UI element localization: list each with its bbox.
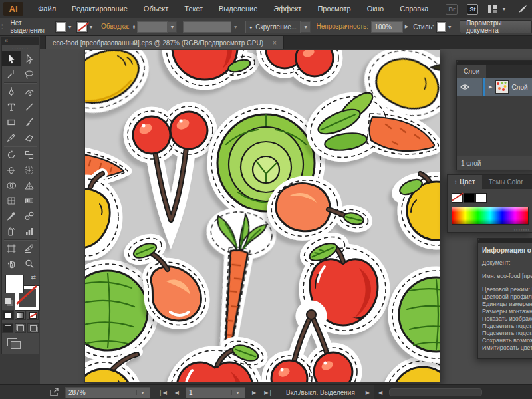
- width-tool-icon[interactable]: [2, 162, 21, 178]
- width-profile-dropdown-arrow-icon[interactable]: ▼: [231, 25, 240, 29]
- rotate-tool-icon[interactable]: [2, 147, 21, 162]
- column-graph-tool-icon[interactable]: [21, 223, 39, 239]
- menu-edit[interactable]: Редактирование: [64, 0, 136, 18]
- status-menu-arrow-icon[interactable]: ▶: [362, 390, 374, 396]
- tools-collapse-icon[interactable]: «: [2, 37, 39, 45]
- style-dropdown-arrow-icon[interactable]: ▼: [446, 25, 454, 29]
- next-artboard-icon[interactable]: ▶: [248, 390, 260, 396]
- layer-name[interactable]: Слой: [511, 84, 527, 91]
- artboard-tool-icon[interactable]: [2, 241, 21, 256]
- eyedropper-tool-icon[interactable]: [2, 208, 21, 223]
- zoom-level-dropdown[interactable]: 287% ▼: [65, 387, 150, 398]
- draw-inside-mode-icon[interactable]: [27, 323, 39, 333]
- layer-thumbnail[interactable]: [495, 80, 509, 94]
- tools-grip-handle[interactable]: ·······: [2, 45, 39, 51]
- menu-window[interactable]: Окно: [359, 0, 392, 18]
- gpu-rocket-icon[interactable]: [517, 4, 529, 14]
- menu-help[interactable]: Справка: [392, 0, 436, 18]
- width-profile-field[interactable]: [183, 21, 231, 33]
- stroke-weight-field[interactable]: [137, 21, 168, 33]
- color-white-swatch[interactable]: [475, 193, 487, 203]
- previous-artboard-icon[interactable]: ◀: [171, 390, 183, 396]
- gradient-tool-icon[interactable]: [21, 193, 39, 208]
- color-mode-button[interactable]: [2, 310, 14, 320]
- none-mode-button[interactable]: [27, 310, 39, 320]
- scroll-left-icon[interactable]: ◀: [374, 390, 386, 396]
- brush-dropdown-arrow-icon[interactable]: ▼: [301, 21, 311, 33]
- tab-color[interactable]: ↕ Цвет: [448, 175, 482, 189]
- artboard-number-dropdown[interactable]: 1 ▼: [186, 387, 245, 398]
- swap-fill-stroke-icon[interactable]: ⇄: [31, 274, 36, 281]
- color-spectrum-bar[interactable]: [452, 207, 529, 225]
- first-artboard-icon[interactable]: ❘◀: [154, 390, 171, 396]
- scale-tool-icon[interactable]: [21, 147, 39, 162]
- layer-lock-cell[interactable]: [473, 78, 483, 96]
- pen-tool-icon[interactable]: [2, 84, 21, 99]
- draw-normal-mode-icon[interactable]: [2, 323, 13, 333]
- zoom-dropdown-arrow-icon[interactable]: ▼: [136, 390, 147, 395]
- opacity-field[interactable]: 100%: [371, 21, 402, 33]
- shaper-tool-icon[interactable]: [2, 130, 21, 145]
- draw-behind-mode-icon[interactable]: [15, 323, 26, 333]
- horizontal-scrollbar-thumb[interactable]: [389, 388, 481, 396]
- control-bar-grip[interactable]: ⁞: [1, 23, 3, 30]
- color-panel-resize-grip[interactable]: ▪▪▪▪▪▪▪: [448, 227, 532, 232]
- hand-tool-icon[interactable]: [2, 256, 21, 271]
- tab-color-themes[interactable]: Темы Color: [482, 175, 530, 189]
- rectangle-tool-icon[interactable]: [2, 114, 21, 130]
- selection-tool-icon[interactable]: [2, 51, 21, 66]
- stroke-dropdown-arrow-icon[interactable]: ▼: [87, 25, 96, 29]
- menu-type[interactable]: Текст: [176, 0, 211, 18]
- export-artboard-icon[interactable]: [49, 388, 60, 397]
- type-tool-icon[interactable]: [2, 99, 21, 114]
- brush-definition-dropdown[interactable]: ● Скругление...: [245, 21, 301, 33]
- perspective-grid-tool-icon[interactable]: [21, 178, 39, 193]
- stroke-weight-stepper[interactable]: ▲▼: [132, 24, 136, 29]
- sticker-lettuce-right[interactable]: [392, 271, 440, 358]
- document-setup-button[interactable]: Параметры документа: [460, 20, 532, 33]
- fill-dropdown-arrow-icon[interactable]: ▼: [66, 25, 74, 29]
- slice-tool-icon[interactable]: [21, 241, 39, 256]
- blend-tool-icon[interactable]: [21, 208, 39, 223]
- free-transform-tool-icon[interactable]: [21, 162, 39, 178]
- curvature-tool-icon[interactable]: [21, 84, 39, 99]
- artboard[interactable]: [85, 50, 440, 382]
- menu-object[interactable]: Объект: [136, 0, 176, 18]
- tab-close-icon[interactable]: ×: [273, 39, 277, 47]
- screen-mode-button[interactable]: [7, 338, 21, 348]
- fill-color-swatch[interactable]: [56, 22, 66, 32]
- menu-select[interactable]: Выделение: [211, 0, 265, 18]
- layer-visibility-eye-icon[interactable]: [457, 78, 473, 96]
- stock-badge-icon[interactable]: St: [467, 4, 478, 15]
- layer-row[interactable]: ▶ Слой: [457, 78, 532, 96]
- fill-stroke-widget[interactable]: ⇄: [5, 274, 37, 307]
- opacity-link[interactable]: Непрозрачность:: [317, 23, 369, 31]
- style-swatch[interactable]: [437, 22, 446, 32]
- color-black-swatch[interactable]: [464, 193, 475, 203]
- document-tab[interactable]: eco-food [преобразованный].eps @ 287% (R…: [45, 35, 284, 49]
- gradient-mode-button[interactable]: [15, 310, 27, 320]
- layer-expand-icon[interactable]: ▶: [485, 84, 495, 90]
- mesh-tool-icon[interactable]: [2, 193, 21, 208]
- menu-file[interactable]: Файл: [30, 0, 64, 18]
- menu-effect[interactable]: Эффект: [265, 0, 309, 18]
- zoom-tool-icon[interactable]: [21, 256, 39, 271]
- workspace-switcher-icon[interactable]: ▼: [487, 5, 508, 13]
- direct-selection-tool-icon[interactable]: [21, 51, 39, 66]
- lasso-tool-icon[interactable]: [21, 66, 39, 82]
- magic-wand-tool-icon[interactable]: [2, 66, 21, 82]
- symbol-sprayer-tool-icon[interactable]: [2, 223, 21, 239]
- paintbrush-tool-icon[interactable]: [21, 114, 39, 130]
- bridge-badge-icon[interactable]: Br: [446, 4, 458, 15]
- fill-proxy-swatch[interactable]: [6, 275, 23, 293]
- panel-collapse-icon[interactable]: ↕: [454, 179, 457, 185]
- shape-builder-tool-icon[interactable]: [2, 178, 21, 193]
- menu-view[interactable]: Просмотр: [309, 0, 358, 18]
- last-artboard-icon[interactable]: ▶❘: [260, 390, 277, 396]
- default-fill-stroke-icon[interactable]: [5, 298, 11, 304]
- stroke-weight-link[interactable]: Обводка:: [101, 23, 130, 31]
- line-segment-tool-icon[interactable]: [21, 99, 39, 114]
- stroke-weight-dropdown-arrow-icon[interactable]: ▼: [168, 21, 178, 33]
- stroke-color-swatch[interactable]: [77, 22, 87, 32]
- tab-layers[interactable]: Слои: [457, 65, 486, 78]
